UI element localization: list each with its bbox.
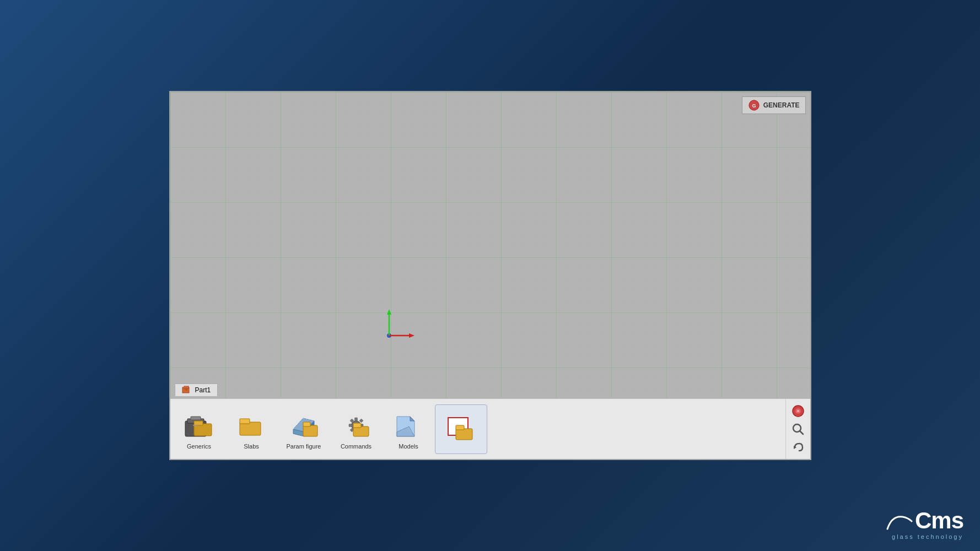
- svg-rect-2: [170, 92, 810, 398]
- grid-background: [170, 92, 810, 398]
- toolbar-item-slabs[interactable]: Slabs: [225, 404, 278, 454]
- svg-rect-19: [240, 422, 261, 435]
- svg-rect-39: [353, 423, 361, 428]
- toolbar-item-commands[interactable]: Commands: [330, 404, 383, 454]
- cms-logo: Cms glass technology: [886, 509, 963, 540]
- svg-rect-30: [355, 418, 358, 421]
- param-figure-label: Param figure: [287, 443, 321, 450]
- extra-icon-area: [444, 412, 477, 445]
- slabs-icon: [235, 410, 267, 440]
- svg-rect-27: [303, 422, 310, 426]
- undo-icon: [791, 441, 805, 454]
- part-tab-icon: [182, 386, 192, 395]
- svg-rect-26: [303, 425, 317, 436]
- generate-button[interactable]: G GENERATE: [742, 96, 806, 114]
- param-figure-icon-area: [287, 409, 320, 442]
- generics-icon-area: [182, 409, 216, 442]
- part-tab[interactable]: Part1: [175, 383, 218, 396]
- models-icon: [392, 410, 424, 440]
- commands-label: Commands: [341, 443, 371, 450]
- slabs-label: Slabs: [244, 443, 259, 450]
- svg-rect-20: [240, 419, 250, 424]
- commands-icon-area: [340, 409, 373, 442]
- search-button[interactable]: [789, 420, 807, 438]
- undo-button[interactable]: [789, 439, 807, 456]
- svg-marker-5: [387, 309, 391, 315]
- svg-rect-17: [194, 421, 203, 425]
- models-icon-area: [392, 409, 425, 442]
- cms-swoosh-icon: [886, 512, 913, 532]
- outer-frame: G GENERATE Part1: [0, 0, 980, 551]
- svg-rect-15: [191, 417, 201, 420]
- svg-marker-41: [410, 417, 414, 421]
- generics-icon: [183, 410, 215, 440]
- toolbar-item-generics[interactable]: Generics: [173, 404, 225, 454]
- svg-text:G: G: [752, 103, 756, 109]
- svg-marker-7: [409, 333, 414, 338]
- top-right-icon: [791, 404, 805, 418]
- toolbar-item-extra[interactable]: [435, 404, 487, 454]
- commands-icon: [340, 410, 372, 440]
- generate-icon: G: [748, 99, 760, 111]
- svg-rect-45: [456, 429, 472, 440]
- search-icon: [791, 423, 805, 436]
- right-icon-top[interactable]: [789, 402, 807, 420]
- right-icons: [785, 399, 810, 459]
- extra-icon: [445, 413, 477, 444]
- param-figure-icon: [288, 410, 320, 440]
- cms-name: Cms: [915, 509, 963, 532]
- svg-rect-32: [349, 424, 352, 427]
- viewport[interactable]: G GENERATE: [170, 92, 810, 398]
- part-tab-label: Part1: [195, 386, 211, 394]
- toolbar-items: Generics Slabs: [170, 399, 785, 459]
- svg-rect-46: [456, 425, 464, 430]
- axes-widget: [377, 307, 421, 351]
- generate-label: GENERATE: [763, 101, 800, 109]
- toolbar-item-models[interactable]: Models: [383, 404, 435, 454]
- toolbar-item-param-figure[interactable]: Param figure: [278, 404, 330, 454]
- svg-point-49: [797, 410, 799, 412]
- models-label: Models: [399, 443, 418, 450]
- bottom-toolbar: Part1: [170, 398, 810, 459]
- svg-rect-12: [185, 387, 187, 391]
- svg-rect-38: [353, 426, 369, 436]
- generics-label: Generics: [187, 443, 211, 450]
- app-window: G GENERATE Part1: [169, 91, 811, 460]
- svg-rect-35: [359, 419, 363, 423]
- svg-line-51: [800, 431, 803, 434]
- slabs-icon-area: [235, 409, 268, 442]
- cms-tagline: glass technology: [892, 533, 963, 540]
